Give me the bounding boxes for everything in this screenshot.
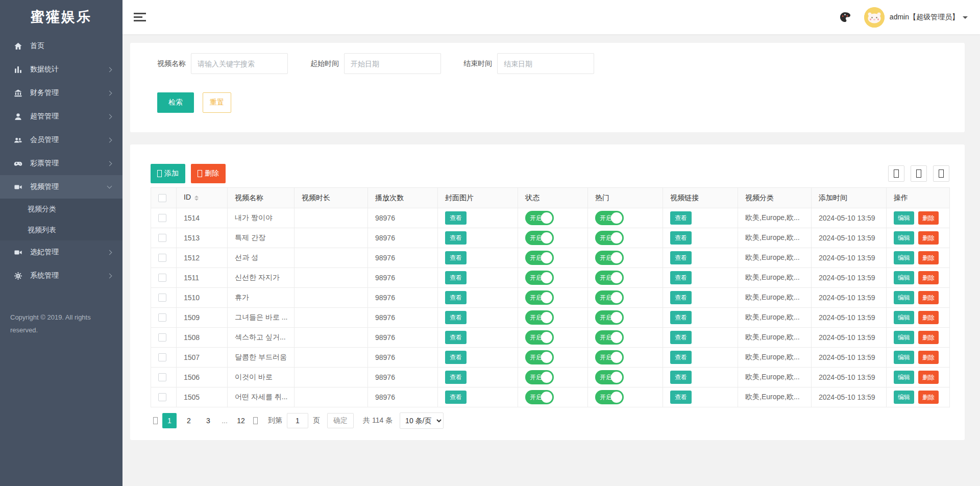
status-toggle[interactable]: 开启: [525, 350, 554, 364]
view-link-button[interactable]: 查看: [670, 351, 692, 364]
delete-button[interactable]: 删除: [918, 311, 939, 324]
status-toggle[interactable]: 开启: [525, 271, 554, 285]
prev-page-button[interactable]: [151, 413, 160, 428]
delete-button[interactable]: 删除: [918, 251, 939, 264]
video-name-input[interactable]: [191, 53, 288, 74]
view-cover-button[interactable]: 查看: [445, 211, 467, 225]
hot-toggle[interactable]: 开启: [595, 350, 624, 364]
edit-button[interactable]: 编辑: [894, 371, 914, 384]
edit-button[interactable]: 编辑: [894, 271, 914, 284]
hot-toggle[interactable]: 开启: [595, 290, 624, 305]
row-checkbox[interactable]: [158, 274, 166, 282]
delete-button[interactable]: 删除: [918, 391, 939, 404]
sort-icon[interactable]: [194, 193, 199, 203]
view-cover-button[interactable]: 查看: [445, 371, 467, 384]
hot-toggle[interactable]: 开启: [595, 390, 624, 404]
delete-button[interactable]: 删除: [918, 271, 939, 284]
delete-button[interactable]: 删除: [918, 331, 939, 344]
delete-button[interactable]: 删除: [918, 371, 939, 384]
status-toggle[interactable]: 开启: [525, 310, 554, 325]
view-link-button[interactable]: 查看: [670, 251, 692, 264]
row-checkbox[interactable]: [158, 313, 166, 322]
row-checkbox[interactable]: [158, 294, 166, 302]
edit-button[interactable]: 编辑: [894, 391, 914, 404]
row-checkbox[interactable]: [158, 214, 166, 222]
page-number-input[interactable]: [287, 413, 308, 428]
view-cover-button[interactable]: 查看: [445, 331, 467, 344]
sidebar-item-video[interactable]: 视频管理: [0, 175, 122, 199]
status-toggle[interactable]: 开启: [525, 370, 554, 384]
hot-toggle[interactable]: 开启: [595, 271, 624, 285]
search-button[interactable]: 检索: [157, 92, 194, 113]
edit-button[interactable]: 编辑: [894, 251, 914, 264]
row-checkbox[interactable]: [158, 353, 166, 361]
status-toggle[interactable]: 开启: [525, 231, 554, 245]
status-toggle[interactable]: 开启: [525, 390, 554, 404]
sidebar-item-stats[interactable]: 数据统计: [0, 58, 122, 81]
hot-toggle[interactable]: 开启: [595, 330, 624, 345]
sidebar-item-home[interactable]: 首页: [0, 34, 122, 58]
view-cover-button[interactable]: 查看: [445, 251, 467, 264]
edit-button[interactable]: 编辑: [894, 351, 914, 364]
sidebar-subitem-video-list[interactable]: 视频列表: [0, 220, 122, 240]
next-page-button[interactable]: [251, 413, 260, 428]
view-cover-button[interactable]: 查看: [445, 291, 467, 304]
reset-button[interactable]: 重置: [203, 92, 231, 113]
confirm-page-button[interactable]: 确定: [327, 413, 354, 428]
view-link-button[interactable]: 查看: [670, 371, 692, 384]
status-toggle[interactable]: 开启: [525, 290, 554, 305]
filter-columns-button[interactable]: [888, 165, 904, 182]
sidebar-item-system[interactable]: 系统管理: [0, 264, 122, 287]
page-2[interactable]: 2: [182, 413, 196, 428]
view-link-button[interactable]: 查看: [670, 231, 692, 245]
delete-button[interactable]: 删除: [918, 351, 939, 364]
row-checkbox[interactable]: [158, 254, 166, 262]
export-button[interactable]: [911, 165, 927, 182]
sidebar-item-members[interactable]: 会员管理: [0, 128, 122, 152]
edit-button[interactable]: 编辑: [894, 211, 914, 225]
row-checkbox[interactable]: [158, 373, 166, 381]
end-date-input[interactable]: [497, 53, 594, 74]
view-link-button[interactable]: 查看: [670, 271, 692, 284]
view-link-button[interactable]: 查看: [670, 331, 692, 344]
hot-toggle[interactable]: 开启: [595, 310, 624, 325]
hot-toggle[interactable]: 开启: [595, 251, 624, 265]
hot-toggle[interactable]: 开启: [595, 211, 624, 225]
delete-button[interactable]: 删除: [918, 291, 939, 304]
edit-button[interactable]: 编辑: [894, 311, 914, 324]
status-toggle[interactable]: 开启: [525, 251, 554, 265]
row-checkbox[interactable]: [158, 393, 166, 401]
page-12[interactable]: 12: [234, 413, 248, 428]
page-1[interactable]: 1: [162, 413, 177, 428]
sidebar-item-lottery[interactable]: 彩票管理: [0, 152, 122, 175]
view-cover-button[interactable]: 查看: [445, 311, 467, 324]
view-link-button[interactable]: 查看: [670, 211, 692, 225]
sidebar-item-superadmin[interactable]: 超管管理: [0, 105, 122, 128]
status-toggle[interactable]: 开启: [525, 211, 554, 225]
delete-button[interactable]: 删除: [918, 211, 939, 225]
status-toggle[interactable]: 开启: [525, 330, 554, 345]
page-3[interactable]: 3: [201, 413, 215, 428]
view-link-button[interactable]: 查看: [670, 391, 692, 404]
view-cover-button[interactable]: 查看: [445, 271, 467, 284]
theme-palette-icon[interactable]: [839, 11, 851, 23]
view-cover-button[interactable]: 查看: [445, 391, 467, 404]
user-avatar[interactable]: [864, 7, 885, 28]
view-cover-button[interactable]: 查看: [445, 231, 467, 245]
batch-delete-button[interactable]: 删除: [191, 164, 226, 183]
sidebar-item-finance[interactable]: 财务管理: [0, 81, 122, 105]
row-checkbox[interactable]: [158, 234, 166, 242]
hot-toggle[interactable]: 开启: [595, 231, 624, 245]
edit-button[interactable]: 编辑: [894, 331, 914, 344]
sidebar-subitem-video-category[interactable]: 视频分类: [0, 199, 122, 220]
view-cover-button[interactable]: 查看: [445, 351, 467, 364]
user-menu[interactable]: admin【超级管理员】: [890, 13, 959, 22]
hamburger-menu-icon[interactable]: [134, 13, 146, 21]
print-button[interactable]: [933, 165, 949, 182]
view-link-button[interactable]: 查看: [670, 311, 692, 324]
row-checkbox[interactable]: [158, 333, 166, 342]
edit-button[interactable]: 编辑: [894, 231, 914, 245]
sidebar-item-concubine[interactable]: 选妃管理: [0, 240, 122, 264]
start-date-input[interactable]: [344, 53, 441, 74]
page-size-select[interactable]: 10 条/页: [400, 412, 444, 429]
